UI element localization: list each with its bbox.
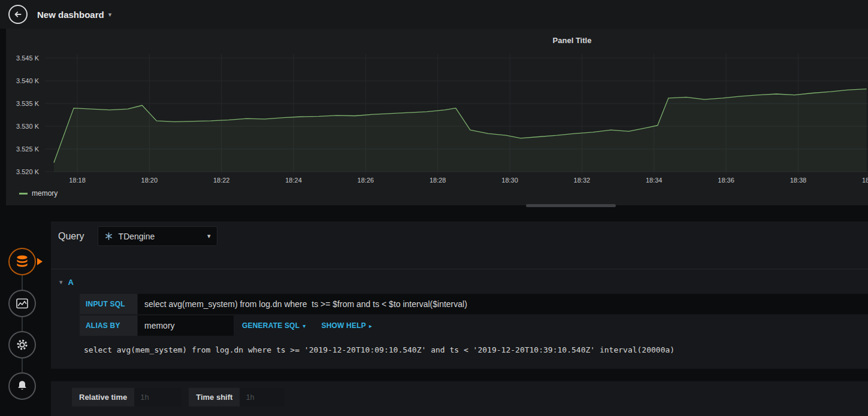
time-shift-field[interactable]	[240, 388, 285, 406]
svg-text:18:18: 18:18	[69, 177, 86, 184]
legend-swatch	[19, 193, 28, 195]
alias-by-label: ALIAS BY	[80, 315, 137, 336]
show-help-button[interactable]: SHOW HELP▸	[321, 321, 372, 330]
query-section-title: Query	[58, 231, 84, 242]
collapse-caret-icon[interactable]: ▾	[59, 278, 63, 286]
chevron-down-icon: ▾	[303, 323, 306, 329]
arrow-left-icon	[13, 10, 23, 19]
tab-general[interactable]	[8, 331, 36, 359]
show-help-label: SHOW HELP	[321, 321, 365, 330]
svg-text:18:26: 18:26	[358, 177, 374, 184]
relative-time-label: Relative time	[72, 388, 134, 406]
chart-icon	[15, 296, 29, 311]
legend-label[interactable]: memory	[32, 189, 58, 198]
generated-sql-text: select avg(mem_system) from log.dn where…	[84, 345, 868, 354]
svg-text:3.530 K: 3.530 K	[16, 123, 40, 130]
top-bar: New dashboard ▾	[0, 0, 868, 29]
chevron-down-icon: ▾	[207, 232, 211, 240]
input-sql-row: INPUT SQL	[80, 294, 868, 314]
svg-text:3.520 K: 3.520 K	[16, 168, 40, 175]
svg-text:18:36: 18:36	[718, 177, 734, 184]
relative-time-field[interactable]	[135, 388, 182, 406]
generate-sql-label: GENERATE SQL	[242, 321, 300, 330]
query-ref-id[interactable]: A	[68, 278, 74, 287]
time-options-section: Relative time Time shift	[51, 381, 868, 416]
datasource-picker[interactable]: TDengine ▾	[98, 226, 217, 246]
input-sql-field[interactable]	[138, 294, 868, 314]
chevron-right-icon: ▸	[369, 323, 372, 329]
chart-legend: memory	[19, 189, 58, 198]
back-button[interactable]	[8, 5, 28, 24]
svg-text:18:38: 18:38	[790, 177, 807, 184]
gear-icon	[15, 338, 29, 352]
time-options-row: Relative time Time shift	[72, 388, 868, 406]
scrollbar-thumb[interactable]	[526, 204, 616, 207]
dashboard-title-menu[interactable]: New dashboard ▾	[37, 10, 111, 20]
svg-text:18:22: 18:22	[213, 177, 230, 184]
query-section: Query TDengine ▾ ▾ A INPUT SQL ALIAS BY …	[51, 221, 868, 369]
svg-text:18:30: 18:30	[501, 177, 518, 184]
svg-text:3.540 K: 3.540 K	[16, 77, 40, 84]
tab-visualization[interactable]	[8, 290, 36, 317]
active-tab-arrow	[37, 258, 43, 265]
tab-alert[interactable]	[8, 372, 36, 400]
chevron-down-icon: ▾	[108, 11, 112, 19]
time-series-chart: 3.520 K3.525 K3.530 K3.535 K3.540 K3.545…	[6, 29, 868, 205]
alias-by-row: ALIAS BY GENERATE SQL▾ SHOW HELP▸	[80, 315, 868, 336]
svg-text:3.535 K: 3.535 K	[16, 100, 40, 107]
svg-text:18:34: 18:34	[646, 177, 663, 184]
svg-text:18:20: 18:20	[141, 177, 158, 184]
alias-by-field[interactable]	[138, 315, 234, 336]
tab-connector-line	[22, 262, 23, 386]
datasource-name: TDengine	[119, 232, 155, 241]
query-header: Query TDengine ▾	[51, 221, 868, 246]
svg-text:18:40: 18:40	[862, 177, 868, 184]
chart-panel: Panel Title 3.520 K3.525 K3.530 K3.535 K…	[6, 29, 868, 205]
bell-icon	[15, 379, 29, 393]
dashboard-title: New dashboard	[37, 10, 104, 20]
svg-text:18:28: 18:28	[430, 177, 446, 184]
tab-queries[interactable]	[8, 248, 36, 275]
panel-title[interactable]: Panel Title	[6, 36, 868, 45]
svg-text:18:32: 18:32	[574, 177, 591, 184]
input-sql-label: INPUT SQL	[80, 294, 137, 314]
time-shift-label: Time shift	[189, 388, 240, 406]
svg-text:3.525 K: 3.525 K	[16, 145, 40, 153]
query-row-header[interactable]: ▾ A	[51, 269, 868, 294]
database-icon	[14, 254, 30, 269]
svg-text:18:24: 18:24	[285, 177, 302, 184]
datasource-icon	[104, 232, 113, 241]
svg-text:3.545 K: 3.545 K	[16, 54, 40, 62]
generate-sql-button[interactable]: GENERATE SQL▾	[242, 321, 306, 330]
